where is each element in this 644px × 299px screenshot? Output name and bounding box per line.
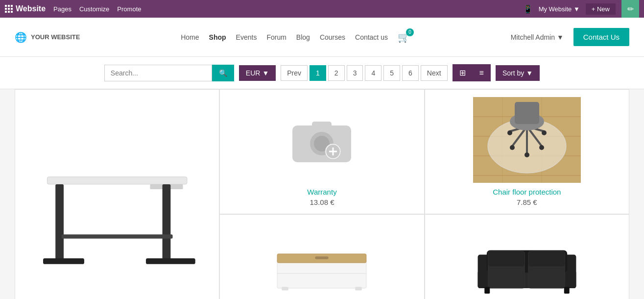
new-button[interactable]: + New [586, 3, 616, 15]
nav-contact[interactable]: Contact us [355, 33, 388, 41]
website-logo-text: YOUR WEBSITE [31, 33, 80, 41]
svg-rect-5 [146, 258, 195, 264]
page-1-button[interactable]: 1 [310, 65, 326, 81]
nav-events[interactable]: Events [236, 33, 257, 41]
website-logo: 🌐 YOUR WEBSITE [15, 31, 80, 43]
admin-nav-pages[interactable]: Pages [53, 5, 72, 13]
svg-point-32 [542, 130, 547, 135]
admin-nav: Pages Customize Promote [53, 5, 141, 13]
svg-point-31 [507, 130, 512, 135]
mobile-device-icon[interactable]: 📱 [523, 4, 533, 14]
svg-rect-50 [564, 287, 570, 294]
svg-rect-6 [62, 234, 173, 238]
grid-view-button[interactable]: ⊞ [453, 64, 473, 81]
camera-placeholder-svg [290, 108, 354, 172]
nav-blog[interactable]: Blog [296, 33, 310, 41]
svg-rect-37 [315, 256, 329, 259]
svg-rect-49 [484, 287, 490, 294]
product-image-storage [227, 222, 416, 299]
admin-user-label: Mitchell Admin [511, 33, 555, 41]
search-input[interactable] [104, 65, 212, 81]
page-5-button[interactable]: 5 [383, 65, 400, 81]
product-image-warranty [227, 97, 416, 183]
currency-dropdown[interactable]: EUR ▼ [239, 65, 276, 81]
website-nav: 🌐 YOUR WEBSITE Home Shop Events Forum Bl… [0, 18, 644, 57]
admin-logo: Website [5, 4, 46, 13]
admin-bar-left: Website Pages Customize Promote [5, 4, 142, 13]
product-name-chair: Chair floor protection [493, 188, 561, 196]
nav-courses[interactable]: Courses [320, 33, 345, 41]
search-button[interactable]: 🔍 [212, 65, 234, 81]
product-image-chair [432, 97, 621, 183]
product-card-desk[interactable] [15, 89, 219, 299]
page-4-button[interactable]: 4 [365, 65, 382, 81]
page-3-button[interactable]: 3 [347, 65, 363, 81]
prev-button[interactable]: Prev [281, 65, 308, 81]
svg-point-29 [539, 145, 544, 150]
contact-us-button[interactable]: Contact Us [573, 28, 629, 46]
svg-rect-4 [43, 258, 84, 264]
svg-rect-46 [528, 264, 565, 288]
sort-by-button[interactable]: Sort by ▼ [496, 65, 540, 81]
view-toggle: ⊞ ≡ [453, 64, 491, 81]
page-6-button[interactable]: 6 [402, 65, 419, 81]
chair-svg [473, 97, 581, 183]
nav-right: Mitchell Admin ▼ Contact Us [511, 28, 629, 46]
svg-rect-48 [528, 251, 565, 267]
nav-home[interactable]: Home [181, 33, 199, 41]
sofa-svg [476, 236, 578, 299]
edit-pencil-button[interactable]: ✏ [621, 0, 639, 18]
admin-bar: Website Pages Customize Promote 📱 My Web… [0, 0, 644, 18]
svg-point-30 [525, 152, 529, 157]
svg-rect-38 [282, 287, 289, 290]
product-image-desk [23, 97, 212, 299]
list-view-button[interactable]: ≡ [473, 64, 491, 81]
next-button[interactable]: Next [421, 65, 448, 81]
svg-rect-0 [47, 177, 187, 184]
product-card-chair-floor[interactable]: Chair floor protection 7.85 € [425, 89, 629, 214]
product-grid: Warranty 13.08 € [0, 89, 644, 299]
svg-rect-39 [356, 287, 362, 290]
cart-icon[interactable]: 🛒 0 [398, 31, 410, 43]
product-card-storage[interactable] [219, 214, 424, 299]
svg-rect-10 [312, 122, 332, 128]
admin-logo-text: Website [16, 4, 46, 13]
search-bar: 🔍 EUR ▼ Prev 1 2 3 4 5 6 Next ⊞ ≡ Sort b… [0, 57, 644, 89]
pagination: Prev 1 2 3 4 5 6 Next [281, 65, 447, 81]
currency-label: EUR [246, 69, 261, 77]
globe-icon: 🌐 [15, 31, 27, 43]
svg-rect-35 [278, 259, 367, 288]
svg-rect-3 [163, 184, 171, 263]
product-price-warranty: 13.08 € [310, 198, 334, 206]
product-name-warranty: Warranty [307, 188, 336, 196]
website-nav-links: Home Shop Events Forum Blog Courses Cont… [181, 31, 410, 43]
admin-user-dropdown[interactable]: Mitchell Admin ▼ [511, 33, 564, 41]
my-website-label: My Website [539, 5, 572, 13]
sort-by-label: Sort by [502, 69, 524, 77]
desk-svg [23, 127, 212, 284]
page-2-button[interactable]: 2 [328, 65, 345, 81]
svg-rect-2 [55, 184, 64, 263]
grid-icon [5, 5, 13, 13]
search-wrap: 🔍 [104, 65, 234, 81]
svg-rect-34 [515, 102, 539, 124]
product-image-sofa [432, 222, 621, 299]
admin-nav-promote[interactable]: Promote [117, 5, 141, 13]
nav-forum[interactable]: Forum [266, 33, 286, 41]
nav-shop[interactable]: Shop [209, 33, 226, 41]
cart-badge: 0 [406, 28, 414, 36]
product-card-warranty[interactable]: Warranty 13.08 € [219, 89, 424, 214]
admin-nav-customize[interactable]: Customize [79, 5, 109, 13]
admin-bar-right: 📱 My Website ▼ + New ✏ [523, 0, 639, 18]
storage-bench-svg [273, 241, 371, 295]
product-price-chair: 7.85 € [517, 198, 537, 206]
my-website-dropdown[interactable]: My Website ▼ [539, 5, 580, 13]
product-card-sofa[interactable] [425, 214, 629, 299]
svg-rect-47 [488, 251, 525, 267]
svg-point-28 [510, 145, 515, 150]
svg-rect-45 [488, 264, 525, 288]
